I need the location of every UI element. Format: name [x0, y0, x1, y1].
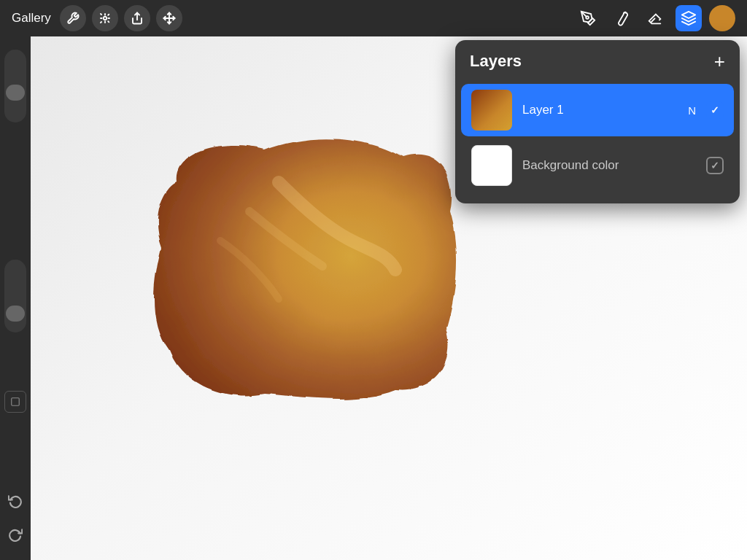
panel-caret [692, 40, 706, 42]
svg-point-0 [104, 17, 107, 20]
transform-button[interactable] [156, 5, 182, 31]
bg-check-mark: ✓ [711, 160, 719, 171]
background-thumbnail [471, 145, 512, 186]
svg-rect-6 [12, 398, 20, 406]
size-slider[interactable] [4, 260, 26, 332]
layers-panel: Layers + Layer 1 N ✓ Background color ✓ [455, 40, 740, 203]
size-thumb [6, 306, 25, 322]
sidebar [0, 36, 31, 560]
eraser-icon [647, 10, 663, 26]
layer1-mode: N [688, 104, 696, 117]
shape-button[interactable] [4, 391, 26, 413]
opacity-thumb [6, 85, 25, 101]
pen-icon [580, 10, 596, 26]
layer1-visibility-checkbox[interactable]: ✓ [706, 101, 724, 119]
layer1-check-mark: ✓ [711, 104, 719, 116]
toolbar-right [575, 5, 735, 31]
layer1-thumbnail [471, 90, 512, 131]
eraser-tool-button[interactable] [642, 5, 668, 31]
layer-item-background[interactable]: Background color ✓ [461, 139, 734, 192]
brush-tool-button[interactable] [608, 5, 635, 31]
transform-icon [163, 12, 176, 25]
undo-button[interactable] [4, 490, 26, 512]
toolbar: Gallery [0, 0, 747, 36]
opacity-slider[interactable] [4, 50, 26, 122]
wrench-button[interactable] [60, 5, 86, 31]
undo-icon [8, 494, 23, 508]
background-name: Background color [522, 158, 706, 173]
avatar-button[interactable] [709, 5, 735, 31]
redo-button[interactable] [4, 524, 26, 545]
gallery-button[interactable]: Gallery [12, 11, 51, 26]
selection-button[interactable] [124, 5, 150, 31]
layers-icon [681, 10, 697, 26]
wrench-icon [66, 12, 80, 25]
sidebar-bottom [4, 487, 26, 553]
adjust-icon [98, 12, 112, 25]
redo-icon [8, 527, 23, 542]
selection-icon [131, 12, 144, 25]
svg-marker-5 [682, 12, 695, 18]
svg-point-4 [586, 16, 589, 19]
paint-canvas [133, 124, 461, 408]
layer1-name: Layer 1 [522, 103, 688, 117]
layer-item-layer1[interactable]: Layer 1 N ✓ [461, 84, 734, 136]
pen-tool-button[interactable] [575, 5, 601, 31]
brush-icon [614, 10, 630, 26]
layers-title: Layers [470, 52, 522, 71]
layers-header: Layers + [455, 40, 740, 81]
square-icon [10, 397, 20, 407]
layers-button[interactable] [676, 5, 702, 31]
adjust-button[interactable] [92, 5, 118, 31]
add-layer-button[interactable]: + [714, 52, 725, 71]
background-visibility-checkbox[interactable]: ✓ [706, 157, 724, 174]
